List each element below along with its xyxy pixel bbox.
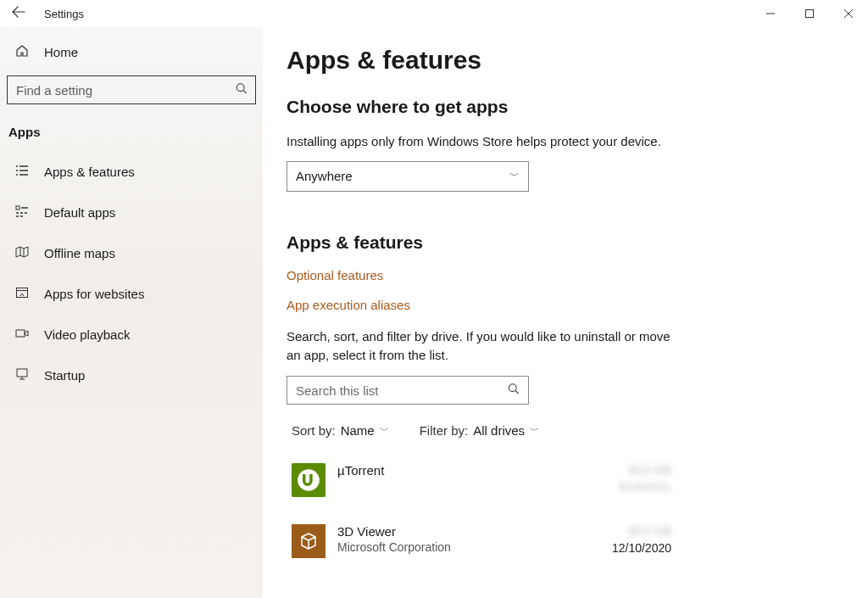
sort-value: Name (341, 423, 375, 438)
nav-label: Apps for websites (44, 287, 144, 301)
sidebar: Home Apps Apps & features Default apps (0, 27, 263, 598)
app-publisher: Microsoft Corporation (337, 540, 451, 554)
svg-point-7 (298, 469, 320, 491)
chevron-down-icon: ﹀ (380, 424, 389, 437)
app-size: 00.0 GB (612, 524, 671, 538)
app-source-select[interactable]: Anywhere ﹀ (287, 161, 529, 192)
nav-label: Default apps (44, 205, 115, 220)
app-icon-3d-viewer (292, 524, 326, 558)
filter-value: All drives (473, 423, 525, 438)
svg-rect-0 (806, 10, 814, 18)
arrow-left-icon (12, 5, 25, 19)
sort-label: Sort by: (292, 423, 336, 438)
app-row[interactable]: 3D Viewer Microsoft Corporation 00.0 GB … (287, 519, 676, 563)
chevron-down-icon: ﹀ (509, 169, 520, 183)
main-pane: Apps & features Choose where to get apps… (263, 27, 868, 598)
chevron-down-icon: ﹀ (530, 424, 539, 437)
app-size: 00.0 GB (619, 463, 671, 477)
section-source-desc: Installing apps only from Windows Store … (287, 132, 676, 151)
nav-home-label: Home (44, 45, 78, 59)
nav-home[interactable]: Home (7, 27, 256, 75)
video-icon (15, 327, 29, 343)
nav-label: Video playback (44, 327, 130, 342)
home-icon (15, 44, 29, 60)
svg-rect-5 (17, 369, 27, 377)
website-icon (15, 286, 29, 302)
search-input[interactable] (7, 75, 256, 104)
page-title: Apps & features (287, 46, 844, 75)
minimize-icon (766, 9, 775, 18)
sidebar-category: Apps (7, 120, 256, 149)
startup-icon (15, 367, 29, 383)
list-icon (15, 164, 29, 180)
nav-label: Apps & features (44, 165, 135, 179)
app-source-value: Anywhere (296, 169, 353, 183)
nav-label: Offline maps (44, 246, 115, 260)
titlebar: Settings (0, 0, 868, 27)
minimize-button[interactable] (751, 0, 790, 27)
app-list-search-input[interactable] (287, 377, 528, 404)
map-icon (15, 245, 29, 261)
nav-default-apps[interactable]: Default apps (7, 193, 256, 231)
app-row[interactable]: µTorrent 00.0 GB 5/19/2021 (287, 458, 676, 502)
sidebar-search[interactable] (7, 75, 256, 104)
nav-apps-features[interactable]: Apps & features (7, 153, 256, 190)
svg-rect-2 (16, 206, 19, 210)
app-date: 5/19/2021 (619, 480, 671, 494)
window-title: Settings (31, 8, 84, 20)
link-optional-features[interactable]: Optional features (287, 268, 844, 282)
app-icon-utorrent (292, 463, 326, 497)
sort-button[interactable]: Sort by: Name ﹀ (292, 423, 389, 438)
svg-point-6 (509, 384, 516, 392)
app-list-search[interactable] (287, 376, 529, 405)
filter-button[interactable]: Filter by: All drives ﹀ (420, 423, 539, 438)
app-name: µTorrent (337, 463, 384, 478)
maximize-button[interactable] (790, 0, 829, 27)
nav-startup[interactable]: Startup (7, 356, 256, 394)
close-button[interactable] (829, 0, 868, 27)
sort-filter-bar: Sort by: Name ﹀ Filter by: All drives ﹀ (287, 423, 844, 438)
close-icon (844, 9, 853, 18)
maximize-icon (805, 9, 814, 18)
search-icon (508, 383, 520, 398)
section-list-heading: Apps & features (287, 232, 844, 253)
link-app-execution-aliases[interactable]: App execution aliases (287, 298, 844, 312)
nav-label: Startup (44, 368, 85, 383)
nav-video-playback[interactable]: Video playback (7, 316, 256, 353)
nav-offline-maps[interactable]: Offline maps (7, 234, 256, 271)
section-source-heading: Choose where to get apps (287, 97, 844, 117)
defaults-icon (15, 204, 29, 221)
nav-apps-for-websites[interactable]: Apps for websites (7, 275, 256, 312)
app-date: 12/10/2020 (612, 541, 671, 555)
list-desc: Search, sort, and filter by drive. If yo… (287, 327, 676, 365)
svg-rect-3 (17, 288, 28, 297)
back-button[interactable] (7, 5, 31, 22)
filter-label: Filter by: (420, 423, 469, 438)
app-name: 3D Viewer (337, 524, 451, 539)
svg-rect-4 (16, 330, 25, 337)
